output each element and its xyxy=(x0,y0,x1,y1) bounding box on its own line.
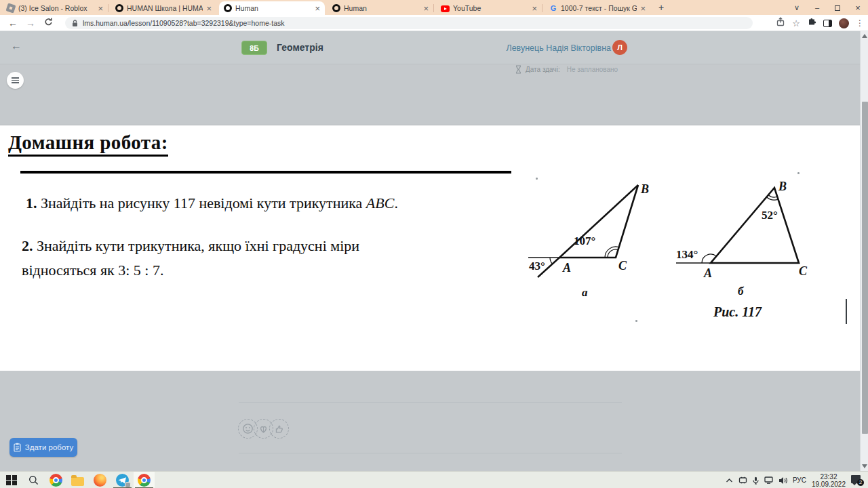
tray-chevron-up-icon[interactable] xyxy=(726,478,733,483)
tab-close-icon[interactable]: × xyxy=(98,4,103,13)
start-button[interactable] xyxy=(4,473,19,487)
lock-icon xyxy=(72,20,78,27)
homework-title: Домашня робота: xyxy=(8,131,168,157)
back-icon[interactable]: ← xyxy=(4,18,22,28)
chevron-down-icon[interactable]: ∨ xyxy=(787,3,807,12)
speaker-icon[interactable] xyxy=(778,476,787,485)
subject-title: Геометрія xyxy=(277,42,323,53)
bookmark-star-icon[interactable]: ☆ xyxy=(792,18,800,28)
share-icon[interactable] xyxy=(776,17,785,29)
submit-work-button[interactable]: Здати роботу xyxy=(9,438,77,457)
google-favicon: G xyxy=(549,4,557,12)
chrome-icon xyxy=(50,474,62,487)
forward-icon[interactable]: → xyxy=(22,18,39,28)
browser-profile-avatar[interactable] xyxy=(839,18,849,28)
vertex-label-a: A xyxy=(703,266,712,280)
scrollbar-thumb[interactable] xyxy=(862,102,868,434)
submit-work-label: Здати роботу xyxy=(25,443,73,451)
user-avatar[interactable]: Л xyxy=(612,40,627,55)
vertex-label-b: B xyxy=(640,182,649,196)
homework-document: Домашня робота: 1. Знайдіть на рисунку 1… xyxy=(0,125,860,371)
section-divider xyxy=(239,453,622,453)
hourglass-icon xyxy=(515,65,521,74)
tab-human-active[interactable]: Human × xyxy=(219,1,325,15)
microphone-icon[interactable] xyxy=(753,476,759,485)
folder-icon xyxy=(71,477,84,486)
figure-a-caption: а xyxy=(582,286,588,299)
section-divider xyxy=(239,402,622,403)
tab-title: Human xyxy=(344,4,420,12)
tab-close-icon[interactable]: × xyxy=(315,4,320,13)
taskbar-explorer-button[interactable] xyxy=(70,473,85,487)
close-window-button[interactable]: × xyxy=(848,3,868,13)
tab-human-school[interactable]: HUMAN Школа | HUMAN × xyxy=(111,1,216,15)
vertex-label-c: C xyxy=(618,259,627,272)
lms-header: ← xyxy=(0,31,868,64)
due-date-value: Не заплановано xyxy=(567,66,618,73)
network-icon[interactable] xyxy=(764,476,773,484)
tab-youtube[interactable]: YouTube × xyxy=(436,1,542,15)
taskbar-firefox-button[interactable] xyxy=(92,473,107,487)
heart-icon xyxy=(258,423,269,434)
task-2: 2. Знайдіть кути трикутника, якщо їхні г… xyxy=(22,234,462,283)
user-name[interactable]: Левунець Надія Вікторівна xyxy=(506,43,611,53)
reload-icon[interactable] xyxy=(39,18,57,28)
scroll-down-arrow[interactable] xyxy=(862,464,867,468)
device-icon[interactable] xyxy=(738,476,747,484)
smiley-icon xyxy=(242,423,254,434)
url-text: lms.human.ua/lesson/11090528?tab=3292319… xyxy=(83,19,285,27)
tab-close-icon[interactable]: × xyxy=(423,4,429,13)
new-tab-button[interactable]: + xyxy=(655,2,667,14)
class-badge: 8Б xyxy=(241,41,267,55)
taskbar-chrome-button[interactable] xyxy=(48,473,63,487)
vertex-label-b: B xyxy=(778,180,787,193)
youtube-favicon xyxy=(441,5,450,12)
notification-count-badge: 2 xyxy=(857,479,864,486)
clock-date: 19.09.2022 xyxy=(812,481,846,488)
lms-back-arrow-icon[interactable]: ← xyxy=(11,40,22,52)
thumbs-up-icon xyxy=(273,423,285,434)
search-icon xyxy=(28,475,39,485)
minimize-button[interactable]: – xyxy=(807,3,827,12)
scroll-up-arrow[interactable] xyxy=(862,34,867,38)
keyboard-language[interactable]: РУС xyxy=(793,476,806,484)
kebab-menu-icon[interactable]: ⋮ xyxy=(856,18,864,28)
figure-caption: Рис. 117 xyxy=(713,304,762,319)
scan-speck xyxy=(536,178,538,180)
tab-roblox[interactable]: (3) Ice Salon - Roblox × xyxy=(2,1,108,15)
tab-google-search[interactable]: G 1000-7 текст - Пошук Google × xyxy=(545,1,650,15)
page-scrollbar[interactable] xyxy=(860,31,868,471)
vertex-label-c: C xyxy=(799,264,808,278)
scan-speck xyxy=(635,320,637,322)
due-date-row: Дата здачі: Не заплановано xyxy=(515,64,618,74)
roblox-favicon xyxy=(5,3,16,13)
taskbar-clock[interactable]: 23:32 19.09.2022 xyxy=(812,473,846,488)
tab-title: YouTube xyxy=(453,4,528,12)
restore-button[interactable] xyxy=(827,3,848,12)
taskbar-telegram-button[interactable] xyxy=(115,473,130,487)
tab-human-2[interactable]: Human × xyxy=(328,1,433,15)
tab-close-icon[interactable]: × xyxy=(640,4,646,13)
human-favicon xyxy=(224,4,232,12)
thumbs-up-reaction-button[interactable] xyxy=(269,419,289,439)
taskbar-chrome-active-button[interactable] xyxy=(136,473,151,487)
tab-title: (3) Ice Salon - Roblox xyxy=(18,4,94,12)
chrome-icon xyxy=(138,474,151,487)
windows-logo-icon xyxy=(6,475,17,486)
action-center-button[interactable]: 2 xyxy=(851,475,863,485)
extensions-puzzle-icon[interactable] xyxy=(807,17,816,29)
address-bar[interactable]: lms.human.ua/lesson/11090528?tab=3292319… xyxy=(65,17,753,29)
side-panel-icon[interactable] xyxy=(823,20,832,27)
tab-close-icon[interactable]: × xyxy=(532,4,537,13)
angle-label-107: 107° xyxy=(574,235,595,247)
task-1: 1. Знайдіть на рисунку 117 невідомі кути… xyxy=(26,191,398,216)
lesson-menu-button[interactable] xyxy=(7,72,24,89)
reaction-buttons xyxy=(238,419,285,439)
tab-close-icon[interactable]: × xyxy=(206,4,212,13)
browser-toolbar: ← → lms.human.ua/lesson/11090528?tab=329… xyxy=(0,15,868,31)
window-controls: ∨ – × xyxy=(787,0,868,15)
angle-label-43: 43° xyxy=(529,260,545,272)
taskbar-search-button[interactable] xyxy=(26,473,41,487)
figure-a-triangle: B A C 107° 43° а xyxy=(524,168,660,307)
due-date-label: Дата здачі: xyxy=(526,66,560,73)
